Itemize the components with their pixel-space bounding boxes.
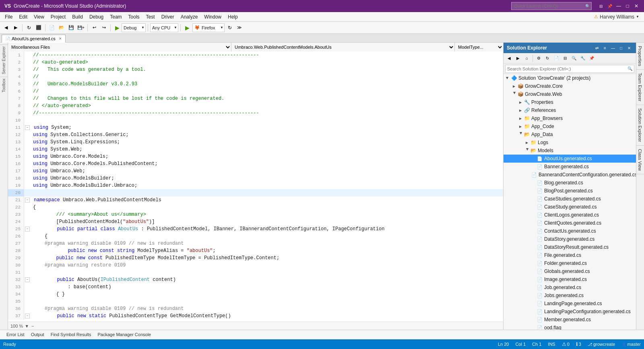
tree-item-ood-flag[interactable]: 📄 ood.flag [504,324,636,330]
debug-start-button[interactable]: ▶ [113,23,122,32]
menu-item-file[interactable]: File [2,12,16,21]
tree-item-growcreate-web[interactable]: ▶ 📦 GrowCreate.Web [504,90,636,98]
tree-item-globals[interactable]: 📄 Globals.generated.cs [504,267,636,275]
zoom-minus[interactable]: − [31,324,34,328]
tree-item-image[interactable]: 📄 Image.generated.cs [504,275,636,283]
expand-models[interactable]: ▶ [524,148,529,153]
expand-growcreate-core[interactable]: ▶ [512,84,516,89]
tree-item-references[interactable]: ▶ 🔗 References [504,106,636,114]
server-explorer-tab[interactable]: Server Explorer [0,44,8,76]
tree-item-member[interactable]: 📄 Member.generated.cs [504,316,636,324]
se-sync-button[interactable]: ⇄ [593,44,601,52]
menu-item-tools[interactable]: Tools [125,12,143,21]
forward-button[interactable]: ▶ [11,23,20,32]
cpu-config-dropdown[interactable]: Any CPU [150,23,178,32]
se-refresh-button[interactable]: ↻ [543,54,551,62]
tree-item-jobs[interactable]: 📄 Jobs.generated.cs [504,291,636,299]
class-view-tab[interactable]: Class View [636,146,644,174]
quick-launch-input[interactable] [511,2,592,10]
tab-close-icon[interactable]: ✕ [59,37,62,41]
se-close-button[interactable]: ✕ [625,44,633,52]
error-list-tab[interactable]: Error List [3,331,28,339]
expand-references[interactable]: ▶ [518,108,523,113]
class-scope-dropdown[interactable]: Umbraco.Web.PublishedContentModels.About… [231,43,455,52]
tree-item-properties[interactable]: ▶ 🔧 Properties [504,98,636,106]
expand-growcreate-web[interactable]: ▶ [512,92,516,97]
tree-item-app-code[interactable]: ▶ 📁 App_Code [504,122,636,130]
browser-refresh-button[interactable]: ↻ [225,23,234,32]
tree-item-app-data[interactable]: ▶ 📂 App_Data [504,130,636,138]
collapse-btn-32[interactable]: − [25,277,30,282]
tree-item-bannercontent[interactable]: 📄 BannerandContentConfiguration.generate… [504,171,636,179]
tree-item-casestudies[interactable]: 📄 CaseStudies.generated.cs [504,195,636,203]
menu-item-build[interactable]: Build [69,12,86,21]
expand-app-code[interactable]: ▶ [518,124,523,129]
menu-item-project[interactable]: Project [47,12,69,21]
menu-item-help[interactable]: Help [225,12,241,21]
tree-item-banner[interactable]: 📄 Banner.generated.cs [504,163,636,171]
undo-button[interactable]: ↩ [90,23,99,32]
collapse-btn-21[interactable]: − [25,198,30,202]
refresh-button[interactable]: ↻ [25,23,33,32]
menu-item-analyze[interactable]: Analyze [178,12,201,21]
menu-item-test[interactable]: Test [143,12,158,21]
se-minimize-button[interactable]: — [609,44,617,52]
solution-explorer-side-tab[interactable]: Solution Explorer [636,105,644,146]
tree-item-contactus[interactable]: 📄 ContactUs.generated.cs [504,227,636,235]
tree-item-solution[interactable]: ▶ 🔷 Solution 'GrowCreate' (2 projects) [504,74,636,82]
menu-item-view[interactable]: View [31,12,47,21]
se-maximize-button[interactable]: □ [617,44,625,52]
user-dropdown-icon[interactable]: ▼ [636,15,639,19]
team-explorer-tab[interactable]: Team Explorer [636,70,644,105]
tree-item-landingpage[interactable]: 📄 LandingPage.generated.cs [504,299,636,308]
file-scope-dropdown[interactable]: Miscellaneous Files [8,43,231,52]
tree-item-blogpost[interactable]: 📄 BlogPost.generated.cs [504,187,636,195]
tree-item-casestudy[interactable]: 📄 CaseStudy.generated.cs [504,203,636,211]
expand-properties[interactable]: ▶ [518,100,523,105]
redo-button[interactable]: ↪ [99,23,108,32]
properties-tab[interactable]: Properties [636,43,644,70]
se-props-button[interactable]: ≡ [601,44,609,52]
menu-item-driver[interactable]: Driver [158,12,178,21]
menu-item-team[interactable]: Team [107,12,125,21]
stop-button[interactable]: ⬛ [34,23,43,32]
expand-solution[interactable]: ▶ [505,76,510,81]
tree-item-blog[interactable]: 📄 Blog.generated.cs [504,179,636,187]
menu-item-window[interactable]: Window [201,12,225,21]
output-tab[interactable]: Output [28,331,47,339]
save-button[interactable]: 💾 [67,23,76,32]
code-content[interactable]: 1 //------------------------------------… [8,52,503,322]
se-wrench-button[interactable]: 🔧 [579,54,587,62]
open-file-button[interactable]: 📂 [57,23,66,32]
se-tree[interactable]: ▶ 🔷 Solution 'GrowCreate' (2 projects) ▶… [504,74,636,330]
browser-extras-button[interactable]: ≫ [235,23,244,32]
tree-item-landingpageconfig[interactable]: 📄 LandingPageConfiguration.generated.cs [504,308,636,316]
collapse-btn-37[interactable]: − [25,314,30,318]
se-filter-button[interactable]: ⊟ [561,54,569,62]
tab-aboutus[interactable]: 📄 AboutUs.generated.cs ✕ [2,35,66,43]
save-all-button[interactable]: 💾+ [76,23,85,32]
tree-item-growcreate-core[interactable]: ▶ 📦 GrowCreate.Core [504,82,636,90]
tree-item-datastoryresult[interactable]: 📄 DataStoryResult.generated.cs [504,243,636,251]
close-button[interactable]: ✕ [632,0,641,12]
tree-item-models[interactable]: ▶ 📂 Models [504,147,636,155]
filter-icon[interactable]: ⊟ [597,0,605,12]
tree-item-aboutus[interactable]: 📄 AboutUs.generated.cs [504,155,636,163]
se-settings-button[interactable]: ⚙ [535,54,543,62]
tree-item-logs[interactable]: ▶ 📁 Logs [504,138,636,147]
se-home-button[interactable]: ⌂ [523,54,531,62]
tree-item-job[interactable]: 📄 Job.generated.cs [504,283,636,291]
tree-item-file[interactable]: 📄 File.generated.cs [504,251,636,259]
toolbox-tab[interactable]: Toolbox [0,76,8,94]
maximize-button[interactable]: □ [623,0,632,12]
tree-item-clientquotes[interactable]: 📄 ClientQuotes.generated.cs [504,219,636,227]
se-showfiles-button[interactable]: 📄 [552,54,560,62]
tree-item-folder[interactable]: 📄 Folder.generated.cs [504,259,636,267]
se-pin-button[interactable]: 📌 [588,54,596,62]
se-back-button[interactable]: ◀ [505,54,513,62]
debug-config-dropdown[interactable]: Debug [122,23,146,32]
run-button[interactable]: ▶ [183,23,192,32]
find-symbol-tab[interactable]: Find Symbol Results [47,331,95,339]
se-search-button[interactable]: 🔍 [570,54,578,62]
se-search-input[interactable] [507,66,627,71]
